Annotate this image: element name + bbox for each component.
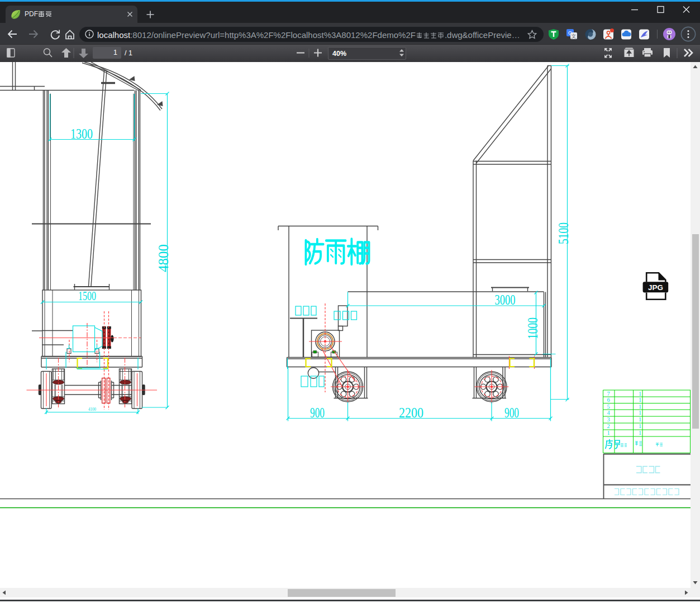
svg-text:1500: 1500 xyxy=(78,288,96,303)
svg-text:4100: 4100 xyxy=(88,407,96,412)
svg-text:5100: 5100 xyxy=(555,222,572,244)
svg-text:2: 2 xyxy=(607,423,609,429)
svg-text:900: 900 xyxy=(310,405,325,421)
svg-text:6: 6 xyxy=(607,397,609,403)
svg-text:4800: 4800 xyxy=(155,244,172,272)
svg-text:900: 900 xyxy=(504,405,519,421)
svg-text:1: 1 xyxy=(639,430,641,436)
svg-text:1: 1 xyxy=(639,391,641,397)
svg-text:1: 1 xyxy=(639,403,641,410)
svg-text:JPG: JPG xyxy=(648,283,663,292)
svg-text:7: 7 xyxy=(607,391,609,397)
svg-text:5: 5 xyxy=(607,403,609,410)
svg-text:3: 3 xyxy=(607,416,609,422)
svg-text:4: 4 xyxy=(607,410,610,416)
svg-text:1: 1 xyxy=(607,430,609,436)
svg-text:1: 1 xyxy=(639,410,641,416)
svg-text:文: 文 xyxy=(572,34,577,39)
svg-text:3000: 3000 xyxy=(495,292,516,308)
svg-text:1000: 1000 xyxy=(525,317,541,339)
svg-text:/ 1: / 1 xyxy=(125,49,132,57)
svg-text:1: 1 xyxy=(639,397,641,403)
svg-text:1300: 1300 xyxy=(70,126,93,142)
svg-text:1: 1 xyxy=(639,416,641,422)
svg-text:2200: 2200 xyxy=(399,405,423,421)
svg-text:1: 1 xyxy=(639,423,641,429)
